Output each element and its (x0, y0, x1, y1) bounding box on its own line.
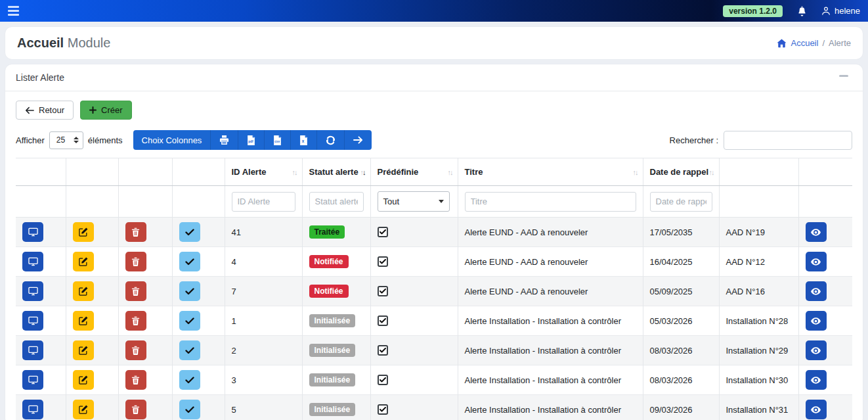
back-arrow-icon (25, 106, 34, 114)
checkmark-icon (380, 259, 386, 264)
table-header-row: ID Alerte↑↓ Statut alerte↑↓ Prédéfinie↑↓… (16, 158, 852, 186)
check-icon (185, 317, 194, 325)
validate-button[interactable] (179, 222, 200, 242)
export-pdf-button[interactable]: pdf (238, 130, 264, 150)
header-date-rappel[interactable]: Date de rappel↑↓ (643, 158, 719, 186)
cell-date: 09/03/2026 (643, 395, 719, 420)
view-details-button[interactable] (806, 311, 827, 331)
file-pdf-icon: pdf (247, 135, 255, 145)
choose-columns-button[interactable]: Choix Colonnes (133, 130, 211, 150)
filter-date-input[interactable] (650, 192, 712, 212)
predefinie-checkbox[interactable] (378, 286, 388, 296)
predefinie-checkbox[interactable] (378, 227, 388, 237)
next-page-button[interactable] (344, 130, 372, 150)
create-button[interactable]: Créer (80, 101, 132, 120)
view-details-button[interactable] (806, 281, 827, 301)
table-filter-row: Tout (16, 186, 852, 218)
trash-icon (131, 375, 140, 385)
view-screen-button[interactable] (22, 252, 43, 271)
user-menu[interactable]: helene (821, 6, 860, 16)
delete-button[interactable] (125, 340, 146, 360)
header-empty (16, 158, 66, 186)
export-csv-button[interactable]: csv (264, 130, 290, 150)
cell-titre: Alerte Installation - Installation à con… (458, 306, 643, 336)
checkmark-icon (380, 229, 386, 235)
header-empty (118, 158, 172, 186)
refresh-button[interactable] (316, 130, 344, 150)
edit-button[interactable] (73, 222, 94, 242)
edit-button[interactable] (73, 281, 94, 301)
cell-titre: Alerte EUND - AAD à renouveler (458, 277, 643, 306)
status-badge: Initialisée (309, 314, 356, 327)
filter-titre-input[interactable] (465, 192, 636, 212)
filter-statut-input[interactable] (309, 192, 364, 212)
view-details-button[interactable] (806, 400, 827, 419)
view-screen-button[interactable] (22, 222, 43, 242)
page-length-select[interactable]: 25 (49, 131, 83, 149)
validate-button[interactable] (179, 370, 200, 390)
predefinie-checkbox[interactable] (378, 256, 388, 267)
view-details-button[interactable] (806, 340, 827, 360)
validate-button[interactable] (179, 252, 200, 271)
export-excel-button[interactable]: x (290, 130, 316, 150)
delete-button[interactable] (125, 370, 146, 390)
delete-button[interactable] (125, 252, 146, 271)
checkmark-icon (380, 289, 386, 294)
predefinie-checkbox[interactable] (378, 345, 388, 356)
delete-button[interactable] (125, 222, 146, 242)
view-screen-button[interactable] (22, 311, 43, 331)
edit-button[interactable] (73, 340, 94, 360)
header-id-alerte[interactable]: ID Alerte↑↓ (225, 158, 302, 186)
minimize-icon[interactable] (839, 75, 848, 77)
alerts-table: ID Alerte↑↓ Statut alerte↑↓ Prédéfinie↑↓… (16, 158, 852, 420)
eye-icon (811, 347, 821, 354)
status-badge: Initialisée (309, 373, 356, 386)
edit-button[interactable] (73, 400, 94, 419)
validate-button[interactable] (179, 400, 200, 419)
filter-predefinie-select[interactable]: Tout (378, 191, 450, 212)
header-empty (172, 158, 225, 186)
delete-button[interactable] (125, 400, 146, 419)
view-details-button[interactable] (806, 222, 827, 242)
edit-button[interactable] (73, 311, 94, 331)
edit-button[interactable] (73, 252, 94, 271)
edit-button[interactable] (73, 370, 94, 390)
filter-id-input[interactable] (232, 192, 295, 212)
table-row: 7 Notifiée Alerte EUND - AAD à renouvele… (16, 277, 852, 306)
predefinie-checkbox[interactable] (378, 375, 388, 385)
eye-icon (811, 317, 821, 325)
view-screen-button[interactable] (22, 340, 43, 360)
search-input[interactable] (724, 131, 852, 150)
table-row: 5 Initialisée Alerte Installation - Inst… (16, 395, 852, 420)
cell-ref: Installation N°29 (719, 336, 798, 365)
print-button[interactable] (210, 130, 238, 150)
delete-button[interactable] (125, 311, 146, 331)
eye-icon (811, 229, 821, 236)
hamburger-menu-icon[interactable] (8, 4, 24, 18)
validate-button[interactable] (179, 281, 200, 301)
length-label-suffix: éléments (88, 135, 123, 145)
status-badge: Initialisée (309, 403, 356, 416)
predefinie-checkbox[interactable] (378, 315, 388, 326)
view-details-button[interactable] (806, 252, 827, 271)
refresh-icon (326, 135, 336, 145)
header-predefinie[interactable]: Prédéfinie↑↓ (370, 158, 458, 186)
predefinie-checkbox[interactable] (378, 404, 388, 415)
cell-ref: AAD N°16 (719, 277, 798, 306)
validate-button[interactable] (179, 311, 200, 331)
validate-button[interactable] (179, 340, 200, 360)
back-button[interactable]: Retour (16, 101, 74, 120)
bell-icon[interactable] (797, 6, 807, 16)
plus-icon (89, 106, 97, 114)
cell-titre: Alerte Installation - Installation à con… (458, 365, 643, 395)
view-screen-button[interactable] (22, 370, 43, 390)
view-screen-button[interactable] (22, 400, 43, 419)
delete-button[interactable] (125, 281, 146, 301)
header-statut-alerte[interactable]: Statut alerte↑↓ (302, 158, 370, 186)
view-details-button[interactable] (806, 370, 827, 390)
view-screen-button[interactable] (22, 281, 43, 301)
cell-ref: AAD N°19 (719, 218, 798, 247)
header-titre[interactable]: Titre↑↓ (458, 158, 643, 186)
eye-icon (811, 288, 821, 295)
breadcrumb-home-link[interactable]: Accueil (791, 38, 818, 48)
